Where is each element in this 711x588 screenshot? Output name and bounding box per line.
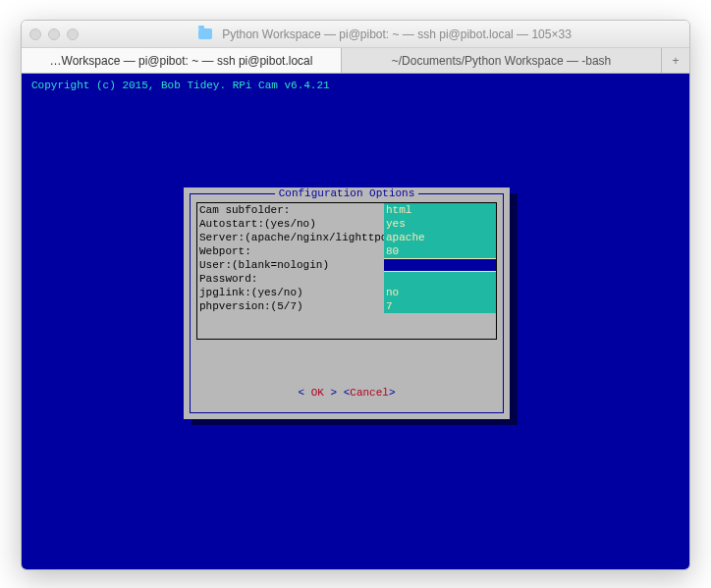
tab-bash[interactable]: ~/Documents/Python Workspace — -bash <box>342 48 662 73</box>
field-password[interactable]: Password: <box>197 272 496 286</box>
label-password: Password: <box>197 272 384 286</box>
label-cam-subfolder: Cam subfolder: <box>197 203 384 217</box>
cancel-bracket-right: > <box>389 387 396 399</box>
zoom-icon[interactable] <box>67 28 79 40</box>
terminal-window: Python Workspace — pi@pibot: ~ — ssh pi@… <box>21 20 690 570</box>
tab-ssh[interactable]: …Workspace — pi@pibot: ~ — ssh pi@pibot.… <box>22 48 342 73</box>
label-server: Server:(apache/nginx/lighttpd) <box>197 231 384 244</box>
dialog-border: Configuration Options Cam subfolder: htm… <box>190 193 504 413</box>
field-phpversion[interactable]: phpversion:(5/7) 7 <box>197 299 496 313</box>
field-jpglink[interactable]: jpglink:(yes/no) no <box>197 286 496 299</box>
value-webport[interactable]: 80 <box>384 244 496 258</box>
field-webport[interactable]: Webport: 80 <box>197 244 496 258</box>
field-autostart[interactable]: Autostart:(yes/no) yes <box>197 217 496 231</box>
new-tab-button[interactable]: + <box>662 48 689 73</box>
value-server[interactable]: apache <box>384 231 496 244</box>
terminal-content: Copyright (c) 2015, Bob Tidey. RPi Cam v… <box>22 74 689 569</box>
value-cam-subfolder[interactable]: html <box>384 203 496 217</box>
titlebar[interactable]: Python Workspace — pi@pibot: ~ — ssh pi@… <box>22 21 689 48</box>
ok-button[interactable]: OK <box>311 387 324 399</box>
folder-icon <box>198 28 212 39</box>
dialog-buttons: < OK > <Cancel> <box>191 387 503 399</box>
cancel-button[interactable]: Cancel <box>350 387 389 399</box>
field-cam-subfolder[interactable]: Cam subfolder: html <box>197 203 496 217</box>
form-box: Cam subfolder: html Autostart:(yes/no) y… <box>196 202 497 340</box>
dialog-title: Configuration Options <box>191 187 503 199</box>
window-title: Python Workspace — pi@pibot: ~ — ssh pi@… <box>88 27 682 41</box>
traffic-lights <box>29 28 79 40</box>
value-phpversion[interactable]: 7 <box>384 299 496 313</box>
label-jpglink: jpglink:(yes/no) <box>197 286 384 299</box>
value-autostart[interactable]: yes <box>384 217 496 231</box>
ok-bracket-left: < <box>298 387 310 399</box>
close-icon[interactable] <box>29 28 41 40</box>
dialog-title-text: Configuration Options <box>275 187 419 199</box>
field-user[interactable]: User:(blank=nologin) <box>197 258 496 272</box>
value-password[interactable] <box>384 272 496 286</box>
copyright-text: Copyright (c) 2015, Bob Tidey. RPi Cam v… <box>31 80 680 91</box>
label-user: User:(blank=nologin) <box>197 258 384 272</box>
label-webport: Webport: <box>197 244 384 258</box>
tab-bar: …Workspace — pi@pibot: ~ — ssh pi@pibot.… <box>22 48 689 74</box>
ok-bracket-right: > <box>324 387 337 399</box>
label-phpversion: phpversion:(5/7) <box>197 299 384 313</box>
minimize-icon[interactable] <box>48 28 60 40</box>
field-server[interactable]: Server:(apache/nginx/lighttpd) apache <box>197 231 496 244</box>
label-autostart: Autostart:(yes/no) <box>197 217 384 231</box>
value-user[interactable] <box>384 258 496 272</box>
window-title-text: Python Workspace — pi@pibot: ~ — ssh pi@… <box>222 27 572 41</box>
value-jpglink[interactable]: no <box>384 286 496 299</box>
config-dialog: Configuration Options Cam subfolder: htm… <box>184 187 510 419</box>
button-gap <box>337 387 344 399</box>
